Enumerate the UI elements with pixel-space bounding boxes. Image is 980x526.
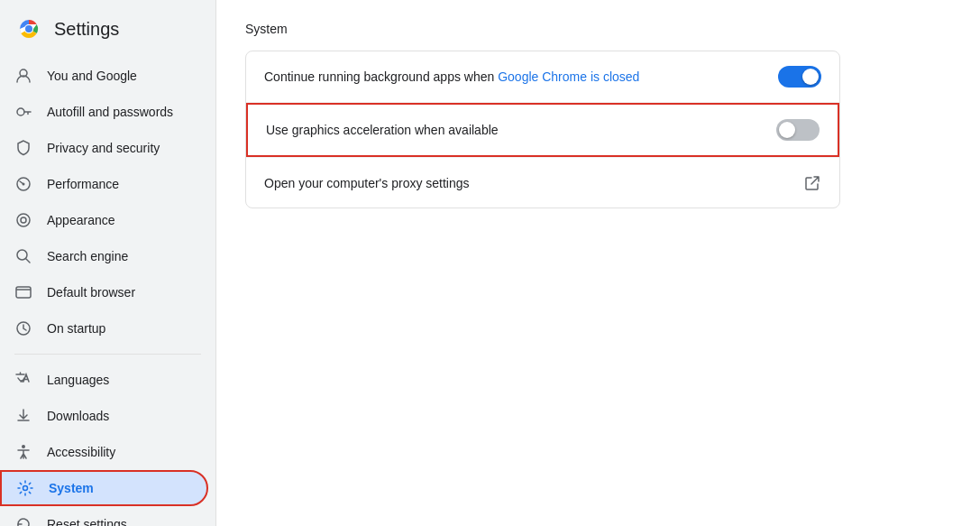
sidebar-item-default-browser[interactable]: Default browser: [0, 274, 208, 310]
paint-icon: [14, 211, 32, 229]
sidebar-item-label: Appearance: [47, 213, 115, 227]
background-apps-text-blue: Google Chrome is closed: [498, 69, 639, 84]
accessibility-icon: [14, 443, 32, 461]
sidebar-item-autofill[interactable]: Autofill and passwords: [0, 94, 208, 130]
chrome-logo-icon: [14, 14, 43, 43]
sidebar-item-label: Reset settings: [47, 517, 127, 526]
sidebar-item-on-startup[interactable]: On startup: [0, 310, 208, 346]
app-title: Settings: [54, 19, 119, 40]
proxy-settings-text: Open your computer's proxy settings: [264, 176, 470, 190]
background-apps-text-normal: Continue running background apps when: [264, 69, 498, 84]
app-container: Settings You and Google: [0, 0, 980, 526]
sidebar-item-label: Privacy and security: [47, 141, 160, 155]
browser-icon: [14, 283, 32, 301]
settings-icon: [16, 479, 34, 497]
sidebar-item-languages[interactable]: Languages: [0, 362, 208, 398]
settings-row-background-apps: Continue running background apps when Go…: [246, 51, 839, 103]
svg-point-7: [17, 214, 30, 226]
svg-point-13: [23, 486, 28, 491]
gauge-icon: [14, 175, 32, 193]
sidebar-item-accessibility[interactable]: Accessibility: [0, 434, 208, 470]
sidebar-item-label: System: [49, 481, 94, 495]
svg-point-4: [17, 108, 24, 115]
sidebar-item-performance[interactable]: Performance: [0, 166, 208, 202]
sidebar-item-label: Languages: [47, 373, 109, 387]
background-apps-label: Continue running background apps when Go…: [264, 69, 778, 84]
svg-point-12: [22, 445, 25, 448]
sidebar-item-label: On startup: [47, 321, 105, 336]
background-apps-toggle-container: [778, 66, 821, 88]
startup-icon: [14, 319, 32, 337]
shield-icon: [14, 139, 32, 157]
external-link-icon[interactable]: [803, 174, 821, 192]
graphics-acceleration-text: Use graphics acceleration when available: [266, 123, 499, 137]
sidebar-item-label: You and Google: [47, 69, 137, 83]
svg-point-8: [21, 217, 26, 223]
sidebar-nav: You and Google Autofill and passwords: [0, 54, 215, 526]
sidebar-item-downloads[interactable]: Downloads: [0, 398, 208, 434]
graphics-acceleration-label: Use graphics acceleration when available: [266, 123, 776, 137]
sidebar-item-label: Accessibility: [47, 445, 115, 459]
svg-point-2: [25, 25, 32, 32]
nav-divider: [14, 354, 201, 355]
reset-icon: [14, 515, 32, 526]
main-content: System Continue running background apps …: [216, 0, 980, 526]
translate-icon: [14, 371, 32, 389]
settings-card: Continue running background apps when Go…: [245, 51, 840, 208]
svg-point-6: [23, 183, 25, 186]
graphics-toggle-container: [776, 119, 820, 141]
sidebar-item-appearance[interactable]: Appearance: [0, 202, 208, 238]
sidebar-item-system[interactable]: System: [0, 470, 208, 506]
background-apps-toggle[interactable]: [778, 66, 821, 88]
search-icon: [14, 247, 32, 265]
person-icon: [14, 67, 32, 85]
sidebar-item-label: Autofill and passwords: [47, 105, 173, 119]
sidebar-item-search-engine[interactable]: Search engine: [0, 238, 208, 274]
svg-rect-10: [16, 287, 31, 298]
svg-point-9: [17, 250, 27, 260]
graphics-acceleration-toggle[interactable]: [776, 119, 820, 141]
sidebar-item-you-and-google[interactable]: You and Google: [0, 58, 208, 94]
download-icon: [14, 407, 32, 425]
sidebar-item-label: Performance: [47, 177, 119, 191]
settings-row-proxy: Open your computer's proxy settings: [246, 157, 839, 208]
proxy-settings-action: [803, 174, 821, 192]
section-title: System: [245, 22, 951, 36]
settings-row-graphics: Use graphics acceleration when available: [246, 103, 839, 157]
sidebar-item-privacy[interactable]: Privacy and security: [0, 130, 208, 166]
sidebar-item-reset[interactable]: Reset settings: [0, 506, 208, 526]
sidebar-item-label: Default browser: [47, 285, 135, 300]
sidebar: Settings You and Google: [0, 0, 216, 526]
sidebar-header: Settings: [0, 0, 215, 54]
key-icon: [14, 103, 32, 121]
sidebar-item-label: Downloads: [47, 409, 109, 423]
proxy-settings-label: Open your computer's proxy settings: [264, 176, 803, 190]
sidebar-item-label: Search engine: [47, 249, 128, 263]
